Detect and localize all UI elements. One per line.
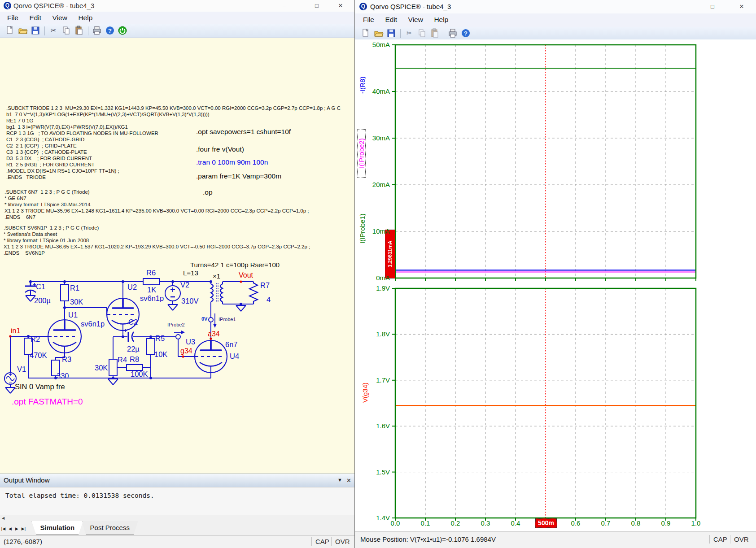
net-label-a34[interactable]: a34 [208,330,220,338]
value-u4[interactable]: 6n7 [225,340,238,349]
tab-post-process[interactable]: Post Process [82,521,138,535]
open-file-icon[interactable] [374,28,384,38]
label-c2[interactable]: C2 [128,318,138,326]
label-c1[interactable]: C1 [36,283,45,291]
value-r6[interactable]: 1K [147,286,156,294]
value-r7[interactable]: 4 [267,296,271,304]
copy-icon[interactable] [61,26,71,35]
horizontal-scrollbar[interactable]: ◀ [0,515,354,522]
source-v2[interactable] [165,282,180,304]
net-label-vout[interactable]: Vout [239,271,253,279]
close-button[interactable]: ✕ [333,0,348,12]
value-c1[interactable]: 200µ [34,296,51,305]
label-r6[interactable]: R6 [146,269,156,277]
menu-file[interactable]: File [3,12,23,24]
tab-last-icon[interactable]: ▶| [20,522,27,535]
value-u2[interactable]: sv6n1p [140,294,164,303]
output-window-header[interactable]: Output Window ▼ ✕ [0,474,354,487]
close-button[interactable]: ✕ [734,1,749,13]
tab-simulation[interactable]: Simulation [31,521,83,535]
resistor-r1[interactable] [61,282,69,308]
new-file-icon[interactable] [5,26,15,35]
menu-file[interactable]: File [358,13,379,26]
label-u3[interactable]: U3 [186,338,195,346]
collapse-output-icon[interactable]: ▼ [337,477,342,483]
menu-help[interactable]: Help [429,13,453,26]
value-r4[interactable]: 30K [95,364,108,372]
cut-icon[interactable]: ✂ [404,28,414,38]
capacitor-c1[interactable] [25,282,36,296]
scroll-left-icon[interactable]: ◀ [2,516,4,520]
trace-label-minus-i-r8[interactable]: -I(R8) [358,65,366,105]
label-iprobe2[interactable]: IProbe2 [167,322,185,327]
value-r1[interactable]: 30K [70,298,83,306]
tab-next-icon[interactable]: ▶ [13,522,20,535]
capacitor-c2[interactable] [123,329,176,342]
save-file-icon[interactable] [386,28,396,38]
menu-help[interactable]: Help [74,12,97,24]
waveform-plot-region[interactable]: -I(R8) I(IProbe2) I(IProbe1) V(g34) 1.29… [355,39,756,531]
paste-icon[interactable] [74,26,84,35]
net-label-g34[interactable]: g34 [180,347,192,355]
copy-icon[interactable] [417,28,427,38]
tube-u4[interactable] [195,340,227,378]
save-file-icon[interactable] [31,26,40,35]
net-label-in1[interactable]: in1 [11,327,20,335]
left-titlebar[interactable]: Q Qorvo QSPICE® - tube4_3 – □ ✕ [0,0,354,12]
output-window-body[interactable]: Total elapsed time: 0.0131538 seconds. [0,487,354,515]
new-file-icon[interactable] [361,28,371,38]
tab-prev-icon[interactable]: ◀ [7,522,13,535]
label-r4[interactable]: R4 [118,356,127,364]
value-r3[interactable]: 330 [57,372,69,380]
maximize-button[interactable]: □ [705,1,720,13]
cut-icon[interactable]: ✂ [48,26,58,35]
source-v1[interactable] [4,336,16,387]
label-r8[interactable]: R8 [130,355,139,364]
value-u1[interactable]: sv6n1p [81,320,105,328]
label-v1[interactable]: V1 [17,365,26,374]
value-r5[interactable]: 10K [154,350,167,359]
cursor-time-badge[interactable]: 500m [535,518,557,528]
label-v2[interactable]: V2 [180,281,189,289]
wire-secondary[interactable] [223,282,253,305]
paste-icon[interactable] [430,28,440,38]
open-file-icon[interactable] [18,26,28,35]
close-output-icon[interactable]: ✕ [346,477,351,484]
resistor-r5[interactable] [147,337,155,378]
help-icon[interactable]: ? [461,28,471,38]
resistor-r6[interactable] [143,278,159,285]
schematic-canvas[interactable]: .SUBCKT TRIODE 1 2 3 MU=29.30 EX=1.332 K… [0,38,354,474]
maximize-button[interactable]: □ [309,0,324,12]
print-icon[interactable] [448,28,458,38]
label-u2[interactable]: U2 [127,283,137,291]
label-r1[interactable]: R1 [70,284,79,292]
help-icon[interactable]: ? [105,26,115,35]
tube-u1[interactable] [48,320,81,353]
value-v2[interactable]: 310V [181,297,199,305]
label-r5[interactable]: R5 [155,334,165,343]
label-r2[interactable]: R2 [31,335,40,344]
value-r2[interactable]: 470K [30,351,47,360]
menu-view[interactable]: View [48,12,72,24]
minimize-button[interactable]: – [678,1,693,13]
value-r8[interactable]: 100K [131,370,148,378]
print-icon[interactable] [92,26,102,35]
minimize-button[interactable]: – [276,0,292,12]
cursor-value-badge[interactable]: 1.29811mA [385,230,395,278]
label-u1[interactable]: U1 [68,311,78,319]
waveform-plot[interactable] [355,39,756,531]
run-simulation-icon[interactable] [118,26,127,35]
menu-edit[interactable]: Edit [380,13,402,26]
menu-edit[interactable]: Edit [25,12,46,24]
tab-first-icon[interactable]: |◀ [0,522,7,535]
resistor-r7[interactable] [249,282,258,304]
value-v1[interactable]: SIN 0 Vamp fre [15,383,65,391]
right-titlebar[interactable]: Q Qorvo QSPICE® - tube4_3 – □ ✕ [355,0,756,13]
menu-view[interactable]: View [404,13,428,26]
transformer[interactable] [211,282,223,317]
label-u4[interactable]: U4 [230,352,239,361]
value-c2[interactable]: 22µ [127,345,140,353]
label-r7[interactable]: R7 [260,281,270,290]
label-iprobe1[interactable]: IProbe1 [218,317,236,322]
label-r3[interactable]: R3 [62,355,71,364]
